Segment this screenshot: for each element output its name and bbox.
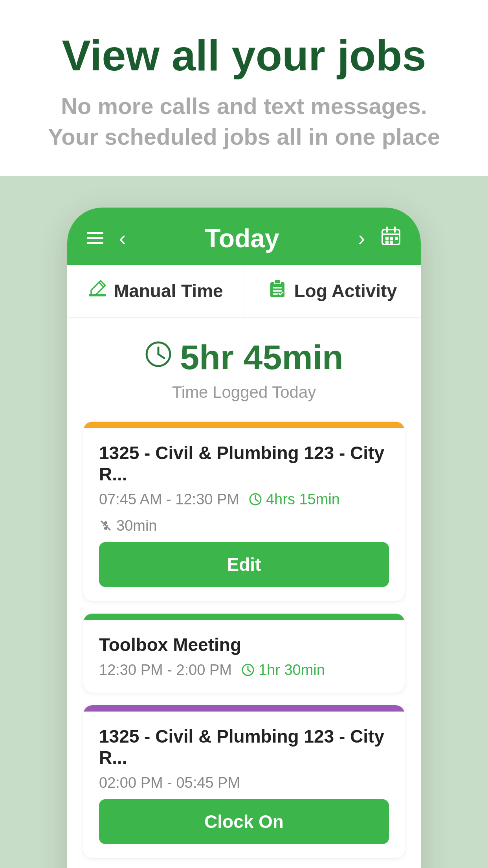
pencil-icon <box>88 279 107 303</box>
job-time-range-1: 07:45 AM - 12:30 PM <box>99 491 239 508</box>
log-activity-button[interactable]: Log Activity <box>244 265 421 318</box>
action-bar: Manual Time Log Activity <box>67 265 421 318</box>
time-logged-section: 5hr 45min Time Logged Today <box>67 318 421 414</box>
job-accent-purple <box>83 705 405 712</box>
svg-point-23 <box>104 521 107 524</box>
svg-line-18 <box>158 354 164 358</box>
clipboard-icon <box>268 279 287 303</box>
topbar-title: Today <box>205 223 279 253</box>
job-body-3: 1325 - Civil & Plumbing 123 - City R... … <box>83 712 405 858</box>
topbar-left: ‹ <box>87 228 130 248</box>
phone-frame: ‹ Today › <box>67 208 421 868</box>
manual-time-label: Manual Time <box>114 280 223 302</box>
job-card-2: Toolbox Meeting 12:30 PM - 2:00 PM 1hr 3… <box>83 613 405 693</box>
time-value: 5hr 45min <box>180 337 343 377</box>
time-clock-icon <box>145 340 172 374</box>
edit-button[interactable]: Edit <box>99 542 389 587</box>
svg-rect-6 <box>395 237 398 240</box>
jobs-list: 1325 - Civil & Plumbing 123 - City R... … <box>67 414 421 868</box>
job-time-range-3: 02:00 PM - 05:45 PM <box>99 774 240 791</box>
job-body-1: 1325 - Civil & Plumbing 123 - City R... … <box>83 428 405 601</box>
next-day-button[interactable]: › <box>354 228 369 248</box>
job-time-range-2: 12:30 PM - 2:00 PM <box>99 662 232 679</box>
time-display: 5hr 45min <box>87 337 401 377</box>
topbar-right: › <box>354 226 401 251</box>
header-section: View all your jobs No more calls and tex… <box>0 0 488 176</box>
job-title-1: 1325 - Civil & Plumbing 123 - City R... <box>99 442 389 485</box>
calendar-icon[interactable] <box>381 226 401 251</box>
svg-line-28 <box>248 670 251 672</box>
job-break-1: 30min <box>99 517 157 534</box>
svg-rect-11 <box>270 282 284 297</box>
svg-rect-8 <box>390 241 393 244</box>
topbar: ‹ Today › <box>67 208 421 265</box>
job-body-2: Toolbox Meeting 12:30 PM - 2:00 PM 1hr 3… <box>83 620 405 693</box>
svg-point-24 <box>104 527 107 530</box>
svg-rect-12 <box>274 280 281 284</box>
job-duration-1: 4hrs 15min <box>249 491 340 508</box>
prev-day-button[interactable]: ‹ <box>115 228 130 248</box>
svg-rect-7 <box>385 241 389 244</box>
page-title: View all your jobs <box>24 31 464 79</box>
job-duration-2: 1hr 30min <box>241 662 325 679</box>
job-meta-3: 02:00 PM - 05:45 PM <box>99 774 389 791</box>
time-logged-label: Time Logged Today <box>87 383 401 402</box>
svg-rect-4 <box>385 237 389 240</box>
clock-on-button[interactable]: Clock On <box>99 799 389 844</box>
svg-line-21 <box>255 499 258 501</box>
job-card-1: 1325 - Civil & Plumbing 123 - City R... … <box>83 421 405 601</box>
job-meta-1: 07:45 AM - 12:30 PM 4hrs 15min <box>99 491 389 534</box>
phone-background: ‹ Today › <box>0 176 488 868</box>
page-subtitle: No more calls and text messages. Your sc… <box>24 91 464 153</box>
menu-icon[interactable] <box>87 232 103 244</box>
manual-time-button[interactable]: Manual Time <box>67 265 244 318</box>
job-title-3: 1325 - Civil & Plumbing 123 - City R... <box>99 726 389 768</box>
job-title-2: Toolbox Meeting <box>99 634 389 655</box>
job-accent-green <box>83 614 405 620</box>
log-activity-label: Log Activity <box>294 280 397 302</box>
job-accent-yellow <box>83 422 405 428</box>
job-card-3: 1325 - Civil & Plumbing 123 - City R... … <box>83 705 405 859</box>
job-meta-2: 12:30 PM - 2:00 PM 1hr 30min <box>99 662 389 679</box>
svg-rect-5 <box>390 237 393 240</box>
